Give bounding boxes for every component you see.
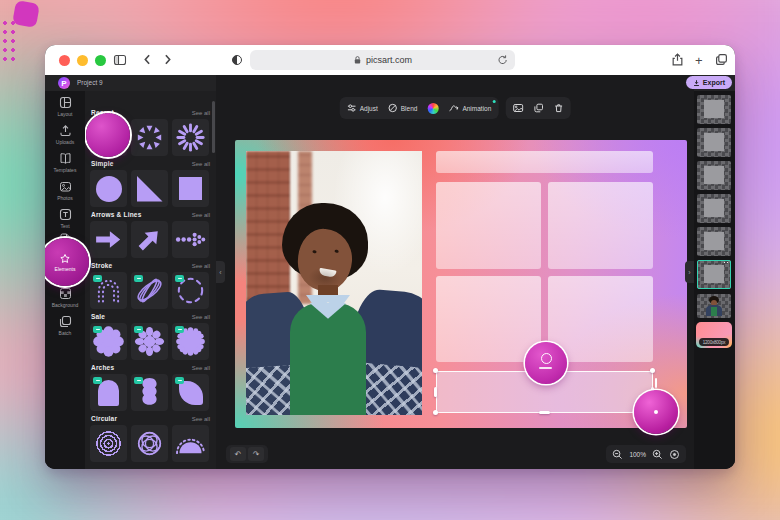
layer-thumbnail[interactable]	[697, 227, 731, 256]
close-window-button[interactable]	[59, 55, 70, 66]
zoom-controls: 100%	[606, 445, 686, 463]
minimize-window-button[interactable]	[77, 55, 88, 66]
export-label: Export	[703, 79, 725, 86]
element-tile-arrow-right[interactable]	[90, 221, 127, 258]
reload-icon[interactable]	[497, 54, 508, 65]
selection-handle-nw[interactable]	[433, 368, 438, 373]
sticker-cursor-circle[interactable]	[525, 342, 567, 384]
export-button[interactable]: Export	[686, 76, 732, 89]
undo-button[interactable]: ↶	[230, 447, 246, 461]
element-tile-arch[interactable]	[90, 374, 127, 411]
element-tile-dotted-arch[interactable]	[90, 272, 127, 309]
selection-handle-s[interactable]	[539, 411, 550, 414]
layer-thumbnail[interactable]	[697, 161, 731, 190]
share-icon[interactable]	[671, 53, 684, 66]
element-tile-ellipse-lines[interactable]	[131, 272, 168, 309]
section-title: Arches	[91, 364, 114, 371]
tabs-overview-icon[interactable]	[715, 53, 728, 66]
duplicate-icon	[533, 103, 543, 113]
layer-thumbnail[interactable]	[697, 95, 731, 124]
corner-cursor-circle[interactable]	[634, 390, 678, 434]
element-tile-sun-dome[interactable]	[172, 425, 209, 462]
grid-frame[interactable]	[548, 276, 653, 362]
sidebar-item-layout[interactable]: Layout	[45, 96, 85, 117]
layer-marks	[723, 261, 729, 264]
panel-scrollbar[interactable]	[212, 101, 215, 153]
sidebar-item-batch[interactable]: Batch	[45, 315, 85, 336]
color-button[interactable]	[427, 103, 438, 114]
element-tile-flower-blob[interactable]	[90, 323, 127, 360]
element-tile-square[interactable]	[172, 170, 209, 207]
new-tab-icon[interactable]: +	[695, 53, 703, 68]
sidebar-toggle-icon[interactable]	[113, 53, 127, 67]
element-tile-dashed-circle[interactable]	[172, 272, 209, 309]
element-tile-concentric-circles[interactable]	[90, 425, 127, 462]
see-all-link[interactable]: See all	[192, 161, 210, 167]
tools-rail: Layout Uploads Templates	[45, 91, 85, 469]
design-canvas[interactable]	[235, 140, 687, 428]
toolbar-group-edit: Adjust Blend	[340, 97, 499, 119]
element-tile-scalloped-circle[interactable]	[172, 323, 209, 360]
address-bar[interactable]: picsart.com	[250, 50, 515, 70]
expand-panel-chevron[interactable]: ›	[685, 261, 694, 283]
grid-frame[interactable]	[548, 182, 653, 269]
selection-handle-ne[interactable]	[650, 368, 655, 373]
privacy-shield-icon[interactable]	[231, 54, 243, 66]
collapse-panel-chevron[interactable]: ‹	[216, 261, 225, 283]
element-tile-sunburst[interactable]	[172, 119, 209, 156]
grid-frame[interactable]	[436, 276, 541, 362]
selection-handle-w[interactable]	[434, 387, 437, 397]
sidebar-item-templates[interactable]: Templates	[45, 152, 85, 173]
element-tile-arrows-inward[interactable]	[131, 119, 168, 156]
zoom-window-button[interactable]	[95, 55, 106, 66]
see-all-link[interactable]: See all	[192, 263, 210, 269]
see-all-link[interactable]: See all	[192, 365, 210, 371]
see-all-link[interactable]: See all	[192, 314, 210, 320]
premium-badge	[175, 377, 184, 384]
see-all-link[interactable]: See all	[192, 110, 210, 116]
sidebar-item-uploads[interactable]: Uploads	[45, 124, 85, 145]
zoom-out-icon[interactable]	[612, 449, 623, 460]
sidebar-item-photos[interactable]: Photos	[45, 180, 85, 201]
premium-badge	[93, 377, 102, 384]
zoom-level[interactable]: 100%	[629, 451, 646, 458]
sidebar-item-elements[interactable]: Elements	[45, 238, 89, 286]
forward-icon[interactable]	[161, 53, 174, 66]
see-all-link[interactable]: See all	[192, 212, 210, 218]
project-title[interactable]: Project 9	[77, 79, 103, 86]
sidebar-item-text[interactable]: Text	[45, 208, 85, 229]
grid-frame[interactable]	[436, 182, 541, 269]
element-tile-triangle[interactable]	[131, 170, 168, 207]
element-tile-circle[interactable]	[90, 170, 127, 207]
new-feature-dot	[492, 100, 495, 103]
zoom-in-icon[interactable]	[652, 449, 663, 460]
layer-thumbnail[interactable]	[697, 194, 731, 223]
element-tile-arrow-diagonal[interactable]	[131, 221, 168, 258]
adjust-button[interactable]: Adjust	[347, 103, 378, 113]
photo-layer[interactable]	[246, 151, 422, 415]
grid-banner-frame[interactable]	[436, 151, 653, 173]
layer-thumbnail[interactable]	[697, 128, 731, 157]
layer-thumbnail-photo[interactable]	[697, 294, 731, 318]
redo-button[interactable]: ↷	[248, 447, 264, 461]
duplicate-button[interactable]	[533, 103, 543, 113]
text-icon	[59, 208, 72, 221]
section-title: Sale	[91, 313, 105, 320]
element-tile-spirograph[interactable]	[131, 425, 168, 462]
element-tile-dotted-arrow[interactable]	[172, 221, 209, 258]
animation-button[interactable]: Animation	[448, 103, 491, 113]
picsart-logo[interactable]: P	[58, 77, 70, 89]
fit-screen-icon[interactable]	[669, 449, 680, 460]
element-tile-leaf[interactable]	[172, 374, 209, 411]
see-all-link[interactable]: See all	[192, 416, 210, 422]
delete-button[interactable]	[553, 103, 563, 113]
selection-handle-sw[interactable]	[433, 410, 438, 415]
layer-thumbnail-selected[interactable]	[697, 260, 731, 289]
element-tile-wavy-pill[interactable]	[131, 374, 168, 411]
sidebar-item-background[interactable]: Background	[45, 287, 85, 308]
blend-button[interactable]: Blend	[388, 103, 418, 113]
replace-image-button[interactable]	[512, 103, 523, 113]
back-icon[interactable]	[141, 53, 154, 66]
element-tile-flower-petals[interactable]	[131, 323, 168, 360]
layer-thumbnail-background[interactable]: 1200x800px	[696, 322, 732, 348]
